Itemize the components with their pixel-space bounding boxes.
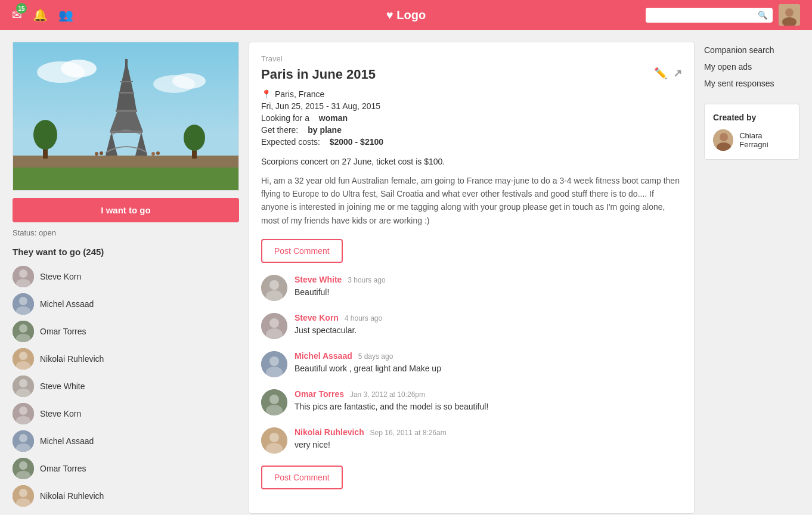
right-column: Companion searchMy open adsMy sent respo…	[704, 42, 799, 515]
post-title-row: Paris in June 2015 ✏️ ↗	[261, 67, 682, 82]
search-button[interactable]: 🔍	[753, 8, 773, 23]
person-avatar[interactable]	[13, 430, 34, 452]
comment: Michel Assaad 5 days ago Beautiful work …	[261, 351, 682, 377]
person-item: Omar Torres	[13, 318, 239, 345]
search-box[interactable]: 🔍	[646, 8, 773, 23]
comment-avatar	[261, 275, 287, 301]
commenter-name[interactable]: Michel Assaad	[295, 351, 352, 361]
get-there-row: Get there: by plane	[261, 125, 682, 135]
person-name[interactable]: Steve Korn	[40, 272, 81, 281]
svg-point-50	[19, 461, 27, 470]
post-body: Hi, am a 32 year old fun Australian fema…	[261, 174, 682, 228]
person-name[interactable]: Steve White	[40, 381, 85, 391]
location-text: Paris, France	[275, 89, 324, 99]
person-item: Michel Assaad	[13, 290, 239, 318]
creator-avatar-img	[713, 129, 733, 151]
comment-header: Steve Korn 4 hours ago	[295, 313, 682, 322]
svg-point-26	[151, 152, 155, 156]
person-name[interactable]: Omar Torres	[40, 327, 86, 336]
created-by-title: Created by	[713, 113, 791, 122]
svg-point-25	[100, 151, 103, 155]
svg-point-24	[95, 152, 98, 156]
post-category: Travel	[261, 54, 682, 63]
comment-time: Jan 3, 2012 at 10:26pm	[350, 390, 425, 399]
svg-point-65	[269, 395, 279, 404]
person-item: Nikolai Ruhlevich	[13, 482, 239, 510]
comment-time: Sep 16, 2011 at 8:26am	[370, 429, 447, 437]
svg-point-53	[19, 489, 27, 497]
svg-point-35	[19, 324, 27, 333]
comment-header: Michel Assaad 5 days ago	[295, 351, 682, 361]
post-comment-button-bottom[interactable]: Post Comment	[261, 466, 343, 489]
nav-item-companion-search[interactable]: Companion search	[704, 42, 799, 58]
comment: Steve White 3 hours ago Beautiful!	[261, 275, 682, 301]
svg-point-71	[720, 133, 728, 141]
dates-row: Fri, Jun 25, 2015 - 31 Aug, 2015	[261, 101, 682, 111]
comment-content: Steve White 3 hours ago Beautiful!	[295, 275, 682, 301]
comment-time: 3 hours ago	[348, 276, 385, 284]
costs-row: Expected costs: $2000 - $2100	[261, 137, 682, 147]
group-icon[interactable]: 👥	[58, 8, 73, 22]
looking-for-label: Looking for a	[261, 113, 309, 123]
nav-item-my-open-ads[interactable]: My open ads	[704, 58, 799, 75]
comment-content: Steve Korn 4 hours ago Just spectacular.	[295, 313, 682, 339]
right-nav: Companion searchMy open adsMy sent respo…	[704, 42, 799, 92]
post-comment-button-top[interactable]: Post Comment	[261, 239, 343, 263]
person-item: Nikolai Ruhlevich	[13, 345, 239, 373]
person-name[interactable]: Nikolai Ruhlevich	[40, 491, 104, 501]
person-name[interactable]: Michel Assaad	[40, 299, 94, 309]
commenter-name[interactable]: Steve White	[295, 275, 342, 284]
search-input[interactable]	[646, 8, 753, 23]
share-icon[interactable]: ↗	[673, 67, 682, 80]
person-avatar[interactable]	[13, 293, 34, 315]
person-item: Steve White	[13, 373, 239, 400]
comment-header: Omar Torres Jan 3, 2012 at 10:26pm	[295, 389, 682, 399]
commenter-name[interactable]: Omar Torres	[295, 389, 344, 399]
comment-text: Beautiful!	[295, 287, 682, 299]
person-avatar[interactable]	[13, 266, 34, 287]
person-name[interactable]: Omar Torres	[40, 464, 86, 473]
eiffel-tower-image	[13, 42, 239, 191]
person-avatar[interactable]	[13, 348, 34, 370]
status-text: Status: open	[13, 228, 239, 237]
comment: Steve Korn 4 hours ago Just spectacular.	[261, 313, 682, 339]
location-icon: 📍	[261, 89, 271, 99]
svg-point-1	[785, 8, 794, 17]
svg-point-27	[156, 151, 160, 155]
creator-name: Chiara Ferragni	[739, 131, 791, 149]
person-name[interactable]: Nikolai Ruhlevich	[40, 354, 104, 364]
bell-icon[interactable]: 🔔	[33, 8, 48, 22]
svg-rect-20	[110, 131, 142, 133]
svg-point-38	[19, 352, 27, 360]
want-to-go-button[interactable]: I want to go	[13, 198, 239, 222]
svg-point-7	[172, 73, 206, 89]
person-name[interactable]: Steve Korn	[40, 409, 81, 418]
commenter-name[interactable]: Nikolai Ruhlevich	[295, 427, 364, 437]
person-avatar[interactable]	[13, 376, 34, 397]
svg-point-62	[269, 356, 279, 366]
nav-item-my-sent-responses[interactable]: My sent responses	[704, 75, 799, 92]
logo: ♥ Logo	[386, 8, 426, 22]
svg-point-11	[33, 120, 57, 150]
person-avatar[interactable]	[13, 321, 34, 342]
commenter-name[interactable]: Steve Korn	[295, 313, 339, 322]
user-avatar-header[interactable]	[779, 4, 800, 26]
svg-point-32	[19, 297, 27, 305]
left-column: I want to go Status: open They want to g…	[13, 42, 239, 515]
person-avatar[interactable]	[13, 485, 34, 507]
person-avatar[interactable]	[13, 458, 34, 479]
comment-content: Omar Torres Jan 3, 2012 at 10:26pm This …	[295, 389, 682, 415]
edit-icon[interactable]: ✏️	[654, 67, 667, 80]
comment-text: very nice!	[295, 439, 682, 451]
comment-avatar	[261, 313, 287, 339]
person-name[interactable]: Michel Assaad	[40, 436, 94, 446]
person-avatar[interactable]	[13, 403, 34, 424]
looking-for-value: woman	[319, 113, 348, 123]
comment-text: Just spectacular.	[295, 325, 682, 337]
costs-label: Expected costs:	[261, 137, 320, 147]
svg-point-56	[269, 280, 279, 290]
comment-time: 5 days ago	[358, 352, 393, 361]
post-title-text: Paris in June 2015	[261, 67, 654, 82]
mail-icon[interactable]: ✉ 15	[12, 8, 22, 22]
svg-rect-19	[125, 59, 128, 68]
